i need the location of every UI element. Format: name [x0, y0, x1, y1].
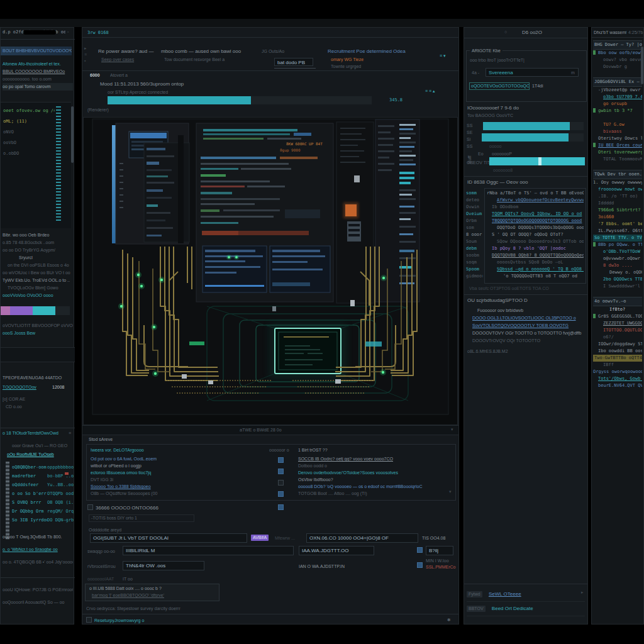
tab-active[interactable]: 6000 [90, 72, 113, 79]
table-footer-row[interactable]: oo o. 4TQBGQB 6B ▪' oo4 Jdy'oooooolee [3, 556, 73, 569]
code-line[interactable]: SQbssd —gd o ooooooQ ' TQ B oQO8 ob [487, 266, 584, 273]
panel-scrollbar[interactable] [641, 47, 643, 84]
toolbar-group3-box[interactable]: bat dodo PB [274, 58, 313, 66]
table-row[interactable]: Dr OQbbg OrmregQM/ Orq [12, 507, 74, 516]
toolbar-icons[interactable]: ▸≡▪ [84, 45, 91, 64]
table-row[interactable]: o oo So b'errOTQQPb ood? [12, 489, 74, 498]
panel-corner-icons[interactable]: ≡ ▾ [440, 53, 446, 59]
toolbar-group4-line1[interactable]: Recruitment Poe determined Odea [328, 48, 428, 55]
footer-action-row[interactable]: Fytwd SeWL OTeeee [467, 587, 585, 602]
code-line[interactable]: oML; (11) [3, 118, 55, 129]
code-line[interactable]: Iddddd [593, 200, 642, 207]
code-line[interactable]: IU BEE Orces counod#BT [593, 142, 642, 149]
code-line[interactable]: 3oi660 [593, 214, 642, 221]
code-line[interactable]: Gr8S GGEGGSOL.TOGSCTOTv. [593, 313, 642, 320]
sidebar-item[interactable]: BBUL COOOOOOO BMRVEOo [3, 68, 73, 75]
form-row2-input[interactable]: ThN&4tr OW .oos [123, 561, 204, 570]
form-row1-input[interactable]: IIIBILIRIdL M [123, 546, 294, 555]
reset-row[interactable]: ReseturpyJrowrrowvyrg o [86, 617, 275, 624]
code-line[interactable]: go orsupb [593, 101, 642, 108]
gutter-label[interactable]: Spoom [466, 266, 483, 273]
minimap[interactable] [56, 106, 61, 221]
expand-icon[interactable]: ▾ [69, 47, 71, 53]
toolbar-group1-line2[interactable]: Seep over cases [101, 57, 170, 63]
footer-action-row[interactable]: BBTOV Beed Ort Dedicate [467, 602, 585, 616]
code-line[interactable]: oowv? vbo oevvweeb oob [593, 57, 642, 64]
form-row0-input[interactable]: OGI|SUBT Jt L VbT DST DOOLAI [90, 533, 247, 543]
gutter-label[interactable]: Orbm [466, 218, 483, 225]
code-line[interactable]: beurE.NV64.QVT QVVvrvd Tb. [593, 382, 642, 389]
gutter-label[interactable]: soobm [466, 252, 483, 259]
link-row[interactable]: DOOOVTrOVQV OQr TOTOOTTO [467, 337, 584, 345]
progress-side-icons[interactable]: ≡ ≡ ▴ [425, 88, 435, 94]
code-line[interactable]: gwbin tb 3 *7 [593, 108, 642, 114]
code-line[interactable]: Oteritwoy Oowcs lOsVOAVvVe [593, 135, 642, 142]
table-row[interactable]: S OVBQ brrrOB OQB (i.ood [12, 498, 74, 507]
table-footer-row[interactable]: ooooo T Owq.3QvBo8 Tb 800. [3, 531, 73, 543]
code-line[interactable]: I Swwddddwwr'l ooges Eyyywr [593, 283, 642, 290]
section2-header[interactable]: 36666 OOOCO ONTOO666 [87, 504, 238, 511]
value-input[interactable]: Svereeena [486, 68, 579, 77]
table-row[interactable]: So 3IB IyrrdooDO DQN—grb [12, 516, 74, 525]
sidebar-item[interactable]: Afonew Afo-thcoinoleef et tex. [3, 60, 73, 68]
code-line[interactable]: 'o TQOQQOoQTTB3 o8 T oQO7 od [487, 273, 584, 280]
gutter-label[interactable]: Soum [466, 238, 483, 245]
sync-icon[interactable] [417, 562, 423, 568]
code-line[interactable]: o@vvwwbr.oQowr 'OOwwr? [593, 255, 642, 262]
link-checkbox-icon[interactable] [417, 547, 423, 553]
section-link[interactable]: TOQOOQOTOov [3, 384, 47, 391]
code-line[interactable]: Bbo oow oofb/eowVtr? oo g [593, 50, 642, 57]
code-line[interactable]: o6?/ [593, 334, 642, 341]
status-chip[interactable]: oQOOTEVOoOGTOTOOoQOoQOOW ooo ood [469, 82, 530, 90]
code-line[interactable]: Ib OOodbom [487, 204, 584, 211]
footer-action-label[interactable]: SeWL OTeeee [489, 591, 521, 597]
code-line[interactable]: o3bo tU7709 7.468 eSQVT oo [593, 94, 642, 101]
code-line[interactable]: IfBto? [593, 306, 642, 313]
code-line[interactable]: ZEZZOTET UWGGOOwE oww [593, 320, 642, 327]
code-line[interactable]: o.obDO [3, 150, 55, 161]
table-footer-row[interactable]: o. o 'WbNcr.t oo Sraogbe oo [3, 543, 73, 556]
form-row1-right-input[interactable]: B?ilj [426, 546, 453, 555]
code-line[interactable]: TBQQOQTQTQOoOGOQOOOOQTOTOOOOG oood [487, 218, 584, 225]
code-line[interactable] [593, 70, 642, 77]
code-line[interactable]: Oteri toverewwergg OT o TA [593, 149, 642, 156]
gutter-label[interactable]: debm [466, 245, 483, 252]
gutter-label[interactable]: som [466, 225, 483, 231]
more-icon[interactable]: ≡ [69, 430, 71, 436]
footer-chevron-icon[interactable]: ▸ [581, 589, 584, 596]
code-line[interactable]: OQQTOoO OQOOQs3TQOOOs3bQoQOOG ooogd [487, 225, 584, 231]
sidebar-item-selected[interactable]: BOUT BHBHBVBVOUTOVODOO OJBOTQDTV oo [1, 47, 72, 55]
code-line[interactable]: So TOTTE TTV. o TVTT s TooTrV [593, 235, 642, 242]
code-line[interactable]: TQwk Dev tbr ooen. tb [593, 170, 642, 179]
code-line[interactable]: .IB. /o 'TT oo) [593, 193, 642, 200]
code-line[interactable]: -jVbzeeet@p owvr [593, 87, 642, 94]
code-line[interactable] [593, 114, 642, 121]
code-line[interactable]: TU? G.ow [593, 121, 642, 128]
form-row0-input2[interactable]: OXN.06.CO 10000 OO4=|GO)8 OF [306, 533, 418, 543]
table-row[interactable]: oQdddsfeerYu..BB..oood [12, 480, 74, 489]
link-row[interactable]: DOOOOVTOVY OGr TOOTTO o TOTOOTTO fvxj@df… [467, 330, 584, 337]
code-line[interactable] [593, 290, 642, 297]
table-row[interactable]: oQBQBQber-oomopppbbbboo Q [12, 463, 74, 472]
link-row[interactable]: SovVTOLSOTQOVOQOOOTLY TOEB OOVOTG [467, 322, 584, 330]
gutter-label[interactable]: somm [466, 190, 483, 197]
code-line[interactable]: BHG Dower — Ty? |owdr? oow [593, 40, 642, 50]
code-line[interactable]: Ibo oowddi BB oostr33 ri oww 13 [593, 348, 642, 355]
code-line[interactable]: Oovwwbr g [593, 64, 642, 70]
code-line[interactable]: ITOTTOO.OQUTLOOTO [593, 327, 642, 334]
code-line[interactable]: oeet ofovev.ow og /4o [3, 108, 55, 118]
table-title[interactable]: oOo RooftvBJE TuOseb [7, 452, 74, 458]
gutter-label[interactable]: Oveium [466, 211, 483, 218]
code-line[interactable]: oNVO [3, 129, 55, 140]
code-line[interactable] [593, 163, 642, 170]
chevron-down-icon[interactable]: ▾ [449, 489, 452, 495]
gutter-label[interactable]: deteo [466, 197, 483, 204]
gutter-label[interactable]: Ovwin [466, 204, 483, 211]
table-row[interactable]: madrefberbo-b8P ..oooo [12, 472, 74, 480]
code-line[interactable]: TQOM OQTs7 OoovQ IQbow. ID OO o od [487, 211, 584, 218]
code-line[interactable]: 8Bb po OQww. o TTTb8 TQOOb8 s o8 [593, 242, 642, 248]
toolbar-group3[interactable]: JG Outs/Ao [262, 48, 299, 55]
code-line[interactable]: 2bo OQOOwcs TTB [593, 276, 642, 283]
link-row[interactable]: DOOO OGL3.LTOLIOVSOOTLIOOC OL35POTOO o [467, 314, 584, 322]
bell-icon[interactable]: ○ [504, 29, 507, 35]
